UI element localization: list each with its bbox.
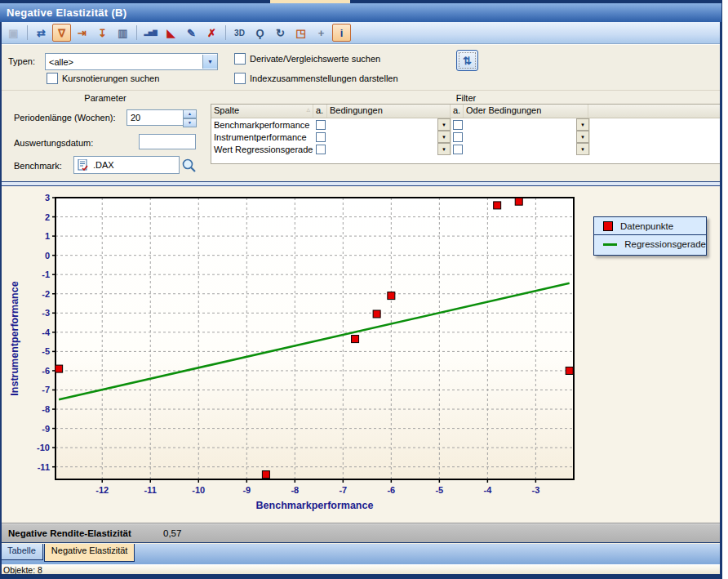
report-icon[interactable]: ✎ bbox=[182, 24, 201, 42]
perspective-icon[interactable]: ◳ bbox=[291, 24, 310, 42]
oder-and-checkbox[interactable] bbox=[453, 145, 463, 154]
derivate-option: Derivate/Vergleichswerte suchen bbox=[234, 53, 380, 65]
refresh-button[interactable]: ⇅ bbox=[456, 50, 478, 71]
oder-and-checkbox[interactable] bbox=[453, 120, 463, 130]
svg-text:-3: -3 bbox=[531, 485, 539, 495]
auswertungsdatum-input[interactable] bbox=[139, 134, 196, 149]
data-point bbox=[262, 471, 269, 479]
tab-tabelle[interactable]: Tabelle bbox=[0, 544, 43, 560]
zoom-icon[interactable]: Ϙ bbox=[251, 24, 269, 42]
legend-item-regressionsgerade: Regressionsgerade bbox=[594, 235, 706, 253]
column-header-spalte[interactable]: Spalte ▵ bbox=[211, 105, 313, 118]
combo-dropdown-icon[interactable]: ▼ bbox=[202, 55, 217, 69]
crosshair-icon[interactable]: + bbox=[312, 24, 331, 42]
refresh-icon[interactable]: ⇄ bbox=[32, 24, 51, 42]
datenpunkte-swatch-icon bbox=[603, 221, 613, 231]
filter-row: Benchmarkperformance▼▼ bbox=[211, 118, 721, 131]
legend-label: Datenpunkte bbox=[620, 221, 673, 231]
derivate-label: Derivate/Vergleichswerte suchen bbox=[250, 54, 380, 64]
step-down-icon[interactable]: ↧ bbox=[93, 24, 112, 42]
bedingungen-dropdown-icon[interactable]: ▼ bbox=[437, 143, 451, 155]
svg-text:1: 1 bbox=[45, 231, 50, 241]
3d-icon[interactable]: 3D bbox=[230, 24, 249, 42]
oder-bedingungen-dropdown-icon[interactable]: ▼ bbox=[576, 131, 589, 143]
derivate-checkbox[interactable] bbox=[234, 53, 246, 65]
filter-settings-icon[interactable]: ∇ bbox=[52, 24, 71, 42]
regressionsgerade-swatch-icon bbox=[603, 243, 617, 246]
rotate-icon[interactable]: ↻ bbox=[271, 24, 290, 42]
bottom-border bbox=[0, 574, 721, 579]
filter-column-name: Wert Regressionsgerade bbox=[211, 145, 313, 154]
svg-text:-11: -11 bbox=[38, 462, 50, 472]
parameter-filter-panel: Parameter Periodenlänge (Wochen): 20 ▲ ▼… bbox=[0, 90, 721, 182]
window-right-margin bbox=[721, 0, 728, 579]
filter-group-title: Filter bbox=[211, 93, 721, 103]
bedingungen-dropdown-icon[interactable]: ▼ bbox=[437, 131, 451, 143]
and-checkbox[interactable] bbox=[316, 120, 326, 130]
toolbar: ▣⇄∇⇥↧▥▂▅▇◣✎✗3DϘ↻◳+i bbox=[0, 22, 721, 44]
index-checkbox[interactable] bbox=[234, 73, 246, 84]
oder-bedingungen-dropdown-icon[interactable]: ▼ bbox=[576, 118, 589, 131]
svg-text:2: 2 bbox=[45, 212, 50, 222]
svg-text:-11: -11 bbox=[144, 485, 157, 495]
and-checkbox[interactable] bbox=[316, 145, 326, 154]
kursnotierungen-checkbox[interactable] bbox=[47, 73, 58, 84]
svg-text:-7: -7 bbox=[339, 485, 347, 495]
typen-value: <alle> bbox=[46, 57, 202, 67]
search-panel: Typen: <alle> ▼ Kursnotierungen suchen D… bbox=[0, 44, 721, 91]
delete-icon[interactable]: ✗ bbox=[202, 24, 221, 42]
sort-ascending-icon: ▵ bbox=[306, 105, 310, 118]
column-header-bedingungen[interactable]: Bedingungen bbox=[327, 105, 451, 118]
benchmark-input[interactable]: .DAX bbox=[73, 156, 180, 174]
typen-label: Typen: bbox=[8, 56, 35, 66]
typen-combobox[interactable]: <alle> ▼ bbox=[45, 53, 218, 70]
svg-text:-8: -8 bbox=[42, 404, 50, 414]
area-chart-icon[interactable]: ◣ bbox=[162, 24, 180, 42]
tab-negative-elastizit-t[interactable]: Negative Elastizität bbox=[44, 544, 135, 562]
data-point bbox=[373, 310, 380, 318]
toolbar-separator bbox=[27, 25, 28, 40]
data-point bbox=[55, 365, 63, 372]
column-header-and1[interactable]: a. bbox=[313, 105, 327, 118]
filter-table: Spalte ▵ a. Bedingungen a. Oder Bedingun… bbox=[211, 104, 721, 164]
oder-and-checkbox[interactable] bbox=[453, 132, 463, 142]
chart-legend: Datenpunkte Regressionsgerade bbox=[593, 216, 707, 256]
svg-text:-4: -4 bbox=[483, 485, 492, 495]
data-point bbox=[515, 198, 522, 205]
svg-text:-12: -12 bbox=[95, 485, 109, 495]
benchmark-value: .DAX bbox=[93, 160, 114, 170]
legend-item-datenpunkte: Datenpunkte bbox=[594, 217, 706, 235]
parameter-group-title: Parameter bbox=[0, 93, 211, 103]
column-header-and2[interactable]: a. bbox=[451, 105, 464, 118]
y-axis-label: Instrumentperformance bbox=[9, 281, 20, 395]
index-option: Indexzusammenstellungen darstellen bbox=[234, 73, 398, 84]
column-header-empty bbox=[588, 105, 721, 118]
column-header-oder[interactable]: Oder Bedingungen bbox=[464, 105, 588, 118]
benchmark-search-icon[interactable] bbox=[181, 158, 197, 173]
svg-text:0: 0 bbox=[45, 251, 50, 261]
auswertungsdatum-label: Auswertungsdatum: bbox=[14, 138, 93, 148]
info-icon[interactable]: i bbox=[332, 24, 351, 42]
spinner-up-icon[interactable]: ▲ bbox=[183, 109, 197, 118]
periodenlaenge-label: Periodenlänge (Wochen): bbox=[14, 113, 116, 122]
svg-text:-8: -8 bbox=[291, 485, 299, 495]
index-label: Indexzusammenstellungen darstellen bbox=[250, 73, 398, 83]
legend-label: Regressionsgerade bbox=[624, 239, 706, 249]
step-into-icon[interactable]: ⇥ bbox=[73, 24, 91, 42]
window-title: Negative Elastizität (B) bbox=[7, 7, 127, 19]
result-label: Negative Rendite-Elastizität bbox=[8, 528, 131, 538]
benchmark-label: Benchmark: bbox=[14, 161, 62, 171]
kursnotierungen-option: Kursnotierungen suchen bbox=[47, 73, 159, 84]
result-bar: Negative Rendite-Elastizität 0,57 bbox=[0, 523, 721, 543]
svg-text:-1: -1 bbox=[42, 269, 50, 279]
oder-bedingungen-dropdown-icon[interactable]: ▼ bbox=[576, 143, 589, 155]
bedingungen-dropdown-icon[interactable]: ▼ bbox=[437, 118, 451, 131]
svg-text:-3: -3 bbox=[42, 308, 50, 318]
spinner-down-icon[interactable]: ▼ bbox=[183, 118, 197, 127]
svg-text:-10: -10 bbox=[37, 443, 50, 452]
and-checkbox[interactable] bbox=[316, 132, 326, 142]
data-point bbox=[494, 202, 501, 209]
statistics-icon[interactable]: ▥ bbox=[113, 24, 132, 42]
bar-chart-icon[interactable]: ▂▅▇ bbox=[141, 24, 160, 42]
select-chart-icon: ▣ bbox=[4, 24, 23, 42]
